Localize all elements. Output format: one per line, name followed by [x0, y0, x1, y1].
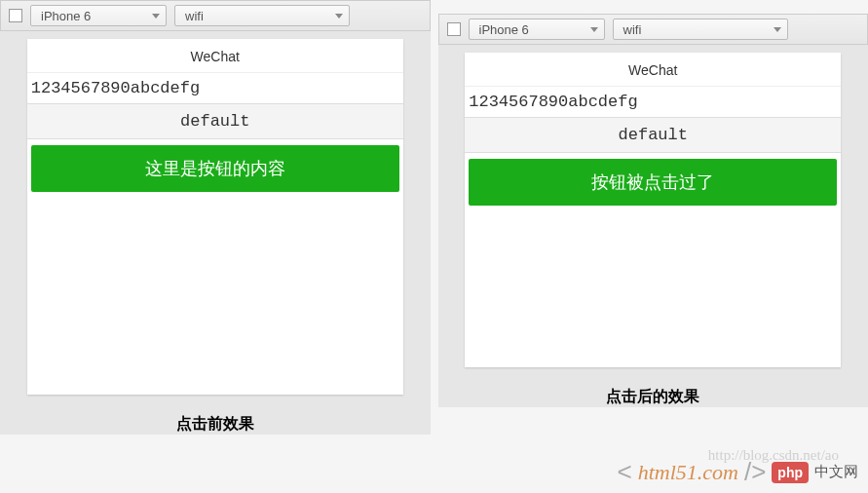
network-select[interactable]: wifi [174, 5, 350, 26]
network-select[interactable]: wifi [613, 19, 788, 40]
watermark-cn: 中文网 [814, 463, 858, 481]
panel-after: iPhone 6 wifi WeChat 1234567890abcdefg d… [434, 14, 869, 493]
caption-before: 点击前效果 [176, 414, 254, 435]
watermark-brand: html51.com [638, 460, 738, 485]
primary-button-label: 按钮被点击过了 [591, 172, 714, 192]
simulator-area-right: WeChat 1234567890abcdefg default 按钮被点击过了… [438, 45, 869, 407]
primary-button[interactable]: 按钮被点击过了 [469, 159, 837, 206]
chevron-down-icon [590, 27, 598, 32]
phone-screen-right: WeChat 1234567890abcdefg default 按钮被点击过了 [465, 53, 841, 367]
device-select-label: iPhone 6 [479, 22, 529, 37]
device-select[interactable]: iPhone 6 [30, 5, 167, 26]
primary-button[interactable]: 这里是按钮的内容 [31, 145, 399, 192]
php-badge: php [772, 462, 809, 483]
simulator-toolbar-left: iPhone 6 wifi [0, 0, 431, 31]
network-select-label: wifi [623, 22, 642, 37]
device-select-label: iPhone 6 [41, 9, 91, 23]
simulator-area-left: WeChat 1234567890abcdefg default 这里是按钮的内… [0, 31, 431, 435]
toolbar-checkbox[interactable] [447, 22, 461, 36]
toolbar-checkbox[interactable] [9, 9, 22, 22]
chevron-down-icon [774, 27, 781, 32]
phone-screen-left: WeChat 1234567890abcdefg default 这里是按钮的内… [27, 39, 403, 395]
device-select[interactable]: iPhone 6 [469, 19, 605, 40]
angle-right-icon: /> [744, 457, 766, 487]
chevron-down-icon [152, 14, 160, 19]
panel-before: iPhone 6 wifi WeChat 1234567890abcdefg d… [0, 0, 434, 493]
network-select-label: wifi [185, 9, 204, 23]
chevron-down-icon [335, 14, 343, 19]
primary-button-label: 这里是按钮的内容 [145, 159, 285, 178]
simulator-toolbar-right: iPhone 6 wifi [438, 14, 869, 45]
default-label: default [465, 117, 841, 153]
blank-area [465, 213, 841, 367]
app-title: WeChat [27, 39, 403, 73]
caption-after: 点击后的效果 [606, 387, 699, 407]
sample-text: 1234567890abcdefg [27, 73, 403, 103]
default-label: default [27, 103, 403, 139]
app-title: WeChat [465, 53, 841, 87]
angle-left-icon: < [617, 457, 631, 487]
blank-area [27, 200, 403, 395]
phone-content: 1234567890abcdefg default 这里是按钮的内容 [27, 73, 403, 395]
phone-content: 1234567890abcdefg default 按钮被点击过了 [465, 87, 841, 367]
sample-text: 1234567890abcdefg [465, 87, 841, 117]
watermark: < html51.com /> php 中文网 [617, 457, 858, 487]
